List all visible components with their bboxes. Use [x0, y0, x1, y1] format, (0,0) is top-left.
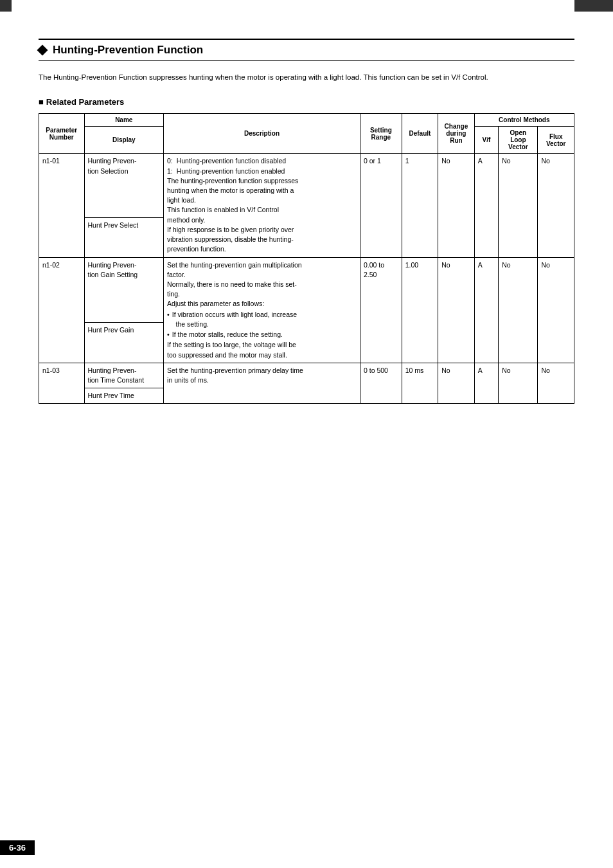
subsection-heading: Related Parameters — [39, 97, 574, 107]
table-row: n1-03 Hunting Preven-tion Time Constant … — [39, 363, 574, 388]
name-bottom-n1-03: Hunt Prev Time — [84, 388, 164, 404]
th-open-loop: OpenLoopVector — [499, 127, 538, 154]
bullet-1: If vibration occurs with light load, inc… — [167, 310, 357, 329]
bullet-2: If the motor stalls, reduce the setting. — [167, 330, 357, 339]
intro-text: The Hunting-Prevention Function suppress… — [39, 71, 574, 83]
default-n1-03: 10 ms — [402, 363, 438, 404]
change-n1-03: No — [438, 363, 474, 404]
section-title-text: Hunting-Prevention Function — [53, 44, 203, 57]
page-container: Hunting-Prevention Function The Hunting-… — [0, 0, 613, 868]
name-bottom-n1-02: Hunt Prev Gain — [84, 323, 164, 363]
page-number: 6-36 — [0, 840, 35, 855]
table-row: n1-01 Hunting Preven-tion Selection 0: H… — [39, 154, 574, 218]
desc-n1-02: Set the hunting-prevention gain multipli… — [164, 257, 360, 363]
parameters-table: ParameterNumber Name Description Setting… — [39, 113, 574, 404]
table-row: n1-02 Hunting Preven-tion Gain Setting S… — [39, 257, 574, 323]
range-n1-02: 0.00 to2.50 — [360, 257, 402, 363]
th-change: ChangeduringRun — [438, 114, 474, 154]
open-n1-03: No — [499, 363, 538, 404]
th-control-methods: Control Methods — [474, 114, 574, 127]
th-description: Description — [164, 114, 360, 154]
top-bar-left — [0, 0, 12, 12]
param-n1-03: n1-03 — [39, 363, 85, 404]
vf-n1-01: A — [474, 154, 499, 257]
desc-n1-03: Set the hunting-prevention primary delay… — [164, 363, 360, 404]
param-n1-02: n1-02 — [39, 257, 85, 363]
change-n1-02: No — [438, 257, 474, 363]
vf-n1-02: A — [474, 257, 499, 363]
th-display: Display — [84, 127, 164, 154]
th-name: Name — [84, 114, 164, 127]
default-n1-01: 1 — [402, 154, 438, 257]
name-top-n1-02: Hunting Preven-tion Gain Setting — [84, 257, 164, 323]
name-bottom-n1-01: Hunt Prev Select — [84, 218, 164, 257]
section-title: Hunting-Prevention Function — [39, 39, 574, 61]
diamond-icon — [37, 45, 48, 56]
th-default: Default — [402, 114, 438, 154]
flux-n1-02: No — [538, 257, 574, 363]
open-n1-02: No — [499, 257, 538, 363]
range-n1-03: 0 to 500 — [360, 363, 402, 404]
th-flux-vector: FluxVector — [538, 127, 574, 154]
name-top-n1-01: Hunting Preven-tion Selection — [84, 154, 164, 218]
desc-n1-01: 0: Hunting-prevention function disabled … — [164, 154, 360, 257]
th-setting-range: SettingRange — [360, 114, 402, 154]
param-n1-01: n1-01 — [39, 154, 85, 257]
flux-n1-03: No — [538, 363, 574, 404]
th-param-number: ParameterNumber — [39, 114, 85, 154]
name-top-n1-03: Hunting Preven-tion Time Constant — [84, 363, 164, 388]
top-bar-right — [574, 0, 613, 12]
open-n1-01: No — [499, 154, 538, 257]
vf-n1-03: A — [474, 363, 499, 404]
range-n1-01: 0 or 1 — [360, 154, 402, 257]
default-n1-02: 1.00 — [402, 257, 438, 363]
flux-n1-01: No — [538, 154, 574, 257]
change-n1-01: No — [438, 154, 474, 257]
th-vf: V/f — [474, 127, 499, 154]
